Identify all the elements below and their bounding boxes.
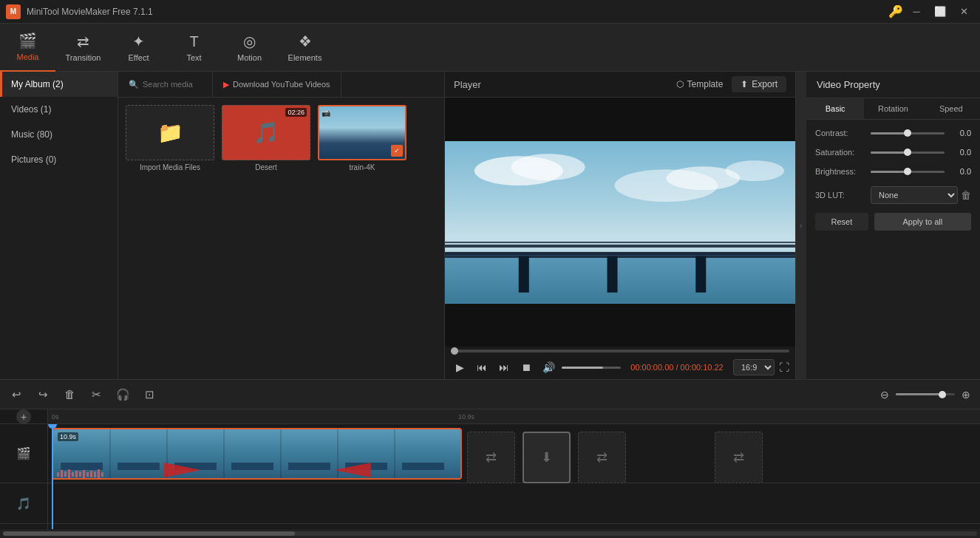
audio-track-icon[interactable]: 🎵: [16, 497, 31, 511]
timeline-thumb[interactable]: [451, 347, 458, 355]
timeline-tracks: 10.9s: [48, 424, 980, 529]
svg-point-2: [511, 154, 585, 180]
reset-button[interactable]: Reset: [815, 213, 868, 231]
saturation-label: Saturation:: [815, 148, 871, 157]
transition-3-icon: ⇄: [596, 449, 608, 466]
contrast-value: 0.0: [949, 129, 971, 137]
undo-button[interactable]: ↩: [6, 384, 27, 405]
add-track-button[interactable]: +: [16, 409, 31, 424]
music-icon: 🎵: [253, 120, 279, 145]
import-thumb[interactable]: 📁: [126, 105, 214, 160]
fullscreen-button[interactable]: ⛶: [779, 361, 789, 373]
video-clip[interactable]: 10.9s: [52, 428, 462, 480]
sidebar-item-myalbum[interactable]: My Album (2): [0, 72, 118, 97]
detach-audio-button[interactable]: 🎧: [112, 384, 133, 405]
zoom-slider[interactable]: [896, 393, 955, 395]
toolbar-media[interactable]: 🎬 Media: [0, 24, 55, 72]
transition-slot-1[interactable]: ⇄: [467, 432, 515, 483]
svg-rect-9: [608, 255, 618, 292]
maximize-button[interactable]: ⬜: [930, 4, 950, 19]
saturation-thumb[interactable]: [904, 149, 911, 156]
zoom-out-button[interactable]: ⊖: [877, 387, 893, 403]
zoom-thumb[interactable]: [939, 391, 946, 398]
contrast-slider[interactable]: [871, 132, 945, 134]
redo-button[interactable]: ↪: [33, 384, 53, 405]
minimize-button[interactable]: ─: [906, 4, 927, 19]
scroll-track[interactable]: [3, 531, 977, 536]
brightness-slider[interactable]: [871, 171, 945, 173]
tab-basic[interactable]: Basic: [806, 98, 864, 119]
brightness-label: Brightness:: [815, 167, 871, 176]
next-frame-button[interactable]: ⏭: [495, 358, 513, 376]
brightness-row: Brightness: 0.0: [815, 167, 971, 176]
cut-button[interactable]: ✂: [86, 384, 106, 405]
transition-slot-2[interactable]: ⬇: [523, 432, 571, 483]
svg-rect-27: [402, 463, 444, 470]
svg-rect-32: [64, 471, 67, 477]
video-track-icon[interactable]: 🎬: [16, 446, 31, 460]
brightness-thumb[interactable]: [904, 168, 911, 175]
train4k-thumb[interactable]: 📷 ✓: [318, 105, 406, 160]
timeline-scrollbar[interactable]: [0, 529, 980, 538]
sidebar-item-music[interactable]: Music (80): [0, 122, 118, 147]
transition-slot-4[interactable]: ⇄: [715, 432, 763, 483]
titlebar: M MiniTool MovieMaker Free 7.1.1 🔑 ─ ⬜ ✕: [0, 0, 980, 24]
player-panel: Player ⬡ Template ⬆ Export: [445, 72, 796, 379]
media-item-desert[interactable]: 🎵 02:26 Desert: [222, 105, 310, 171]
volume-slider[interactable]: [562, 367, 621, 369]
toolbar-motion[interactable]: ◎ Motion: [222, 24, 277, 72]
saturation-slider[interactable]: [871, 151, 945, 154]
sidebar-item-pictures[interactable]: Pictures (0): [0, 147, 118, 172]
search-input[interactable]: [143, 80, 202, 89]
train4k-label: train-4K: [349, 163, 375, 171]
stop-button[interactable]: ⏹: [517, 358, 535, 376]
sidebar-item-videos[interactable]: Videos (1): [0, 97, 118, 122]
toolbar-text[interactable]: T Text: [166, 24, 222, 72]
download-youtube-tab[interactable]: ▶ Download YouTube Videos: [213, 72, 341, 97]
export-button[interactable]: ⬆ Export: [732, 76, 786, 92]
property-title: Video Property: [806, 72, 980, 98]
playhead[interactable]: [52, 424, 53, 529]
crop-button[interactable]: ⊡: [139, 384, 160, 405]
lut-select[interactable]: None: [871, 186, 958, 204]
contrast-slider-wrap: 0.0: [871, 129, 971, 137]
toolbar-elements[interactable]: ❖ Elements: [277, 24, 333, 72]
svg-rect-25: [288, 463, 330, 470]
transition-label: Transition: [66, 53, 101, 62]
audio-track-header: 🎵: [0, 483, 47, 524]
search-media-tab[interactable]: 🔍: [118, 72, 213, 97]
prev-frame-button[interactable]: ⏮: [473, 358, 491, 376]
lut-row: 3D LUT: None 🗑: [815, 186, 971, 204]
toolbar-transition[interactable]: ⇄ Transition: [55, 24, 111, 72]
contrast-label: Contrast:: [815, 129, 871, 137]
ruler-header: +: [0, 409, 47, 424]
delete-button[interactable]: 🗑: [59, 384, 80, 405]
volume-icon[interactable]: 🔊: [540, 358, 557, 376]
svg-rect-39: [90, 471, 92, 477]
import-media-item[interactable]: 📁 Import Media Files: [126, 105, 214, 171]
video-track-header: 🎬: [0, 424, 47, 483]
volume-fill: [562, 367, 603, 369]
aspect-ratio-select[interactable]: 16:9 9:16 1:1 4:3: [733, 359, 775, 375]
apply-all-button[interactable]: Apply to all: [874, 213, 971, 231]
lut-delete-button[interactable]: 🗑: [961, 189, 971, 201]
close-button[interactable]: ✕: [953, 4, 974, 19]
scroll-thumb[interactable]: [3, 531, 295, 536]
play-button[interactable]: ▶: [451, 358, 469, 376]
tab-speed[interactable]: Speed: [922, 98, 980, 119]
toolbar-effect[interactable]: ✦ Effect: [111, 24, 166, 72]
template-button[interactable]: ⬡ Template: [667, 76, 732, 92]
media-label: Media: [17, 52, 39, 61]
media-item-train4k[interactable]: 📷 ✓ train-4K: [318, 105, 406, 171]
zoom-in-button[interactable]: ⊕: [958, 387, 974, 403]
panel-collapse-handle[interactable]: ‹: [796, 72, 806, 379]
brightness-value: 0.0: [949, 167, 971, 176]
transition-slot-3[interactable]: ⇄: [578, 432, 626, 483]
player-timeline-bar[interactable]: [445, 347, 795, 355]
desert-thumb[interactable]: 🎵 02:26: [222, 105, 310, 160]
timeline-track[interactable]: [451, 350, 789, 353]
svg-rect-34: [72, 472, 74, 477]
youtube-icon: ▶: [223, 80, 229, 89]
tab-rotation[interactable]: Rotation: [864, 98, 922, 119]
contrast-thumb[interactable]: [904, 129, 911, 137]
